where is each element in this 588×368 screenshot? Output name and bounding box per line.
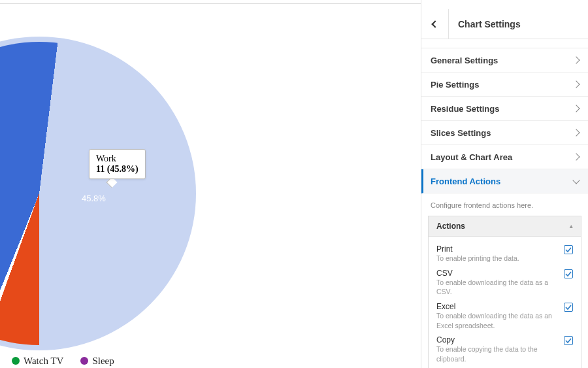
back-button[interactable]: [421, 9, 449, 39]
checkbox-csv[interactable]: [564, 269, 573, 278]
checkbox-excel[interactable]: [564, 303, 573, 312]
settings-row-frontend-actions[interactable]: Frontend Actions: [421, 169, 588, 193]
option-print: Print To enable printing the data.: [436, 241, 573, 265]
legend-label: Watch TV: [24, 356, 63, 367]
sidebar-title: Chart Settings: [449, 19, 521, 29]
actions-panel: Actions ▴ Print To enable printing the d…: [428, 216, 581, 368]
option-csv: CSV To enable downloading the data as a …: [436, 265, 573, 298]
settings-row-residue[interactable]: Residue Settings: [421, 97, 588, 121]
settings-row-slices[interactable]: Slices Settings: [421, 121, 588, 145]
option-description: To enable copying the data to the clipbo…: [436, 344, 557, 363]
check-icon: [565, 337, 572, 344]
tooltip-value: 11 (45.8%): [96, 164, 139, 175]
panel-title: Actions: [436, 222, 465, 231]
panel-body: Print To enable printing the data. CSV T…: [429, 237, 581, 368]
settings-sidebar: Chart Settings General Settings Pie Sett…: [421, 0, 588, 368]
checkbox-print[interactable]: [564, 245, 573, 254]
chart-canvas: 45.8% Work 11 (45.8%) Watch TV Sleep: [0, 4, 421, 368]
chevron-right-icon: [572, 56, 580, 63]
option-description: To enable downloading the data as an Exc…: [436, 311, 557, 330]
tooltip-label: Work: [96, 154, 139, 164]
settings-row-label: Frontend Actions: [431, 176, 500, 186]
chevron-right-icon: [572, 80, 580, 88]
option-copy: Copy To enable copying the data to the c…: [436, 331, 573, 365]
panel-header[interactable]: Actions ▴: [429, 216, 581, 237]
check-icon: [565, 271, 572, 277]
legend-item-watch-tv[interactable]: Watch TV: [12, 356, 63, 367]
slice-tooltip: Work 11 (45.8%): [89, 149, 146, 179]
option-title: Excel: [436, 302, 557, 311]
option-title: CSV: [436, 269, 557, 278]
settings-row-label: Pie Settings: [431, 80, 479, 90]
settings-row-label: Residue Settings: [431, 104, 499, 114]
checkbox-copy[interactable]: [564, 336, 573, 345]
settings-row-general[interactable]: General Settings: [421, 48, 588, 73]
pie-chart[interactable]: 45.8%: [0, 37, 196, 350]
settings-row-pie[interactable]: Pie Settings: [421, 73, 588, 97]
settings-row-layout[interactable]: Layout & Chart Area: [421, 145, 588, 169]
legend-label: Sleep: [92, 356, 114, 367]
legend-dot-icon: [80, 357, 88, 365]
settings-row-label: Slices Settings: [431, 128, 491, 138]
check-icon: [565, 246, 572, 253]
chevron-right-icon: [572, 129, 580, 136]
option-description: To enable downloading the data as a CSV.: [436, 278, 557, 297]
sidebar-header: Chart Settings: [421, 9, 588, 39]
slice-percent-label: 45.8%: [82, 193, 106, 203]
chevron-down-icon: [572, 176, 580, 184]
option-description: To enable printing the data.: [436, 254, 557, 263]
section-description: Configure frontend actions here.: [421, 193, 588, 216]
settings-row-label: General Settings: [431, 56, 498, 65]
option-excel: Excel To enable downloading the data as …: [436, 298, 573, 331]
option-title: Print: [436, 244, 557, 254]
legend-dot-icon: [12, 357, 20, 365]
chevron-right-icon: [572, 153, 580, 160]
chevron-left-icon: [431, 20, 438, 27]
chart-legend: Watch TV Sleep: [12, 354, 421, 368]
legend-item-sleep[interactable]: Sleep: [80, 356, 114, 367]
check-icon: [565, 304, 572, 310]
settings-row-label: Layout & Chart Area: [431, 152, 512, 162]
collapse-icon: ▴: [570, 223, 573, 229]
chevron-right-icon: [572, 105, 580, 112]
option-title: Copy: [436, 335, 557, 344]
